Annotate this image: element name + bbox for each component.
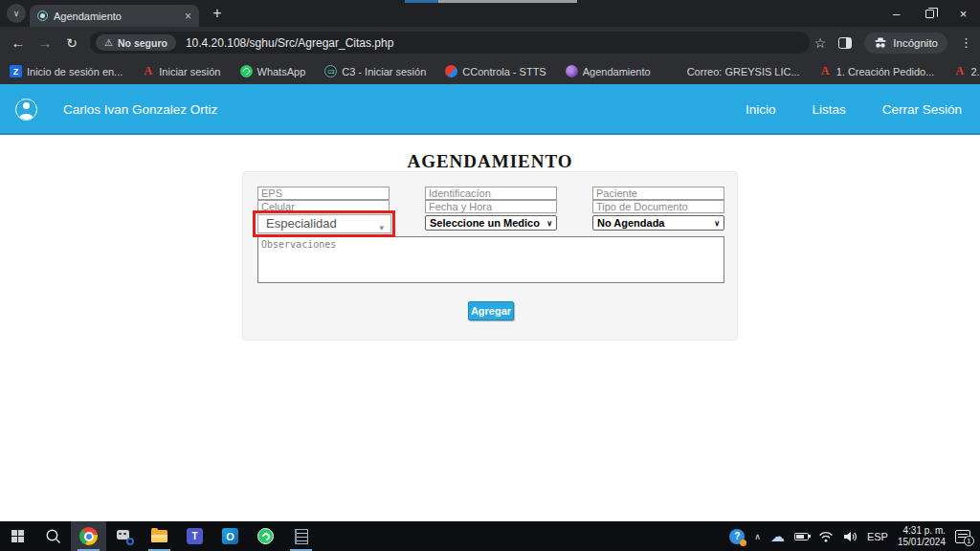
tab-search-button[interactable]: ∨ [7, 4, 26, 23]
wifi-icon[interactable] [818, 531, 834, 542]
warning-icon: ⚠ [104, 37, 113, 48]
window-controls: – × [880, 0, 980, 27]
forward-button[interactable]: → [33, 27, 57, 58]
browser-toolbar: ← → ↻ ⚠ No seguro 10.4.20.108/sghu/Src/A… [0, 27, 980, 58]
bookmarks-bar: Z Inicio de sesión en... A Iniciar sesió… [0, 58, 980, 84]
notepad-icon [295, 529, 308, 544]
security-label: No seguro [118, 37, 167, 49]
minimize-button[interactable]: – [880, 0, 913, 27]
medico-select[interactable]: Seleccione un Medico ∨ [425, 215, 557, 231]
incognito-label: Incógnito [893, 37, 938, 49]
bookmark-item[interactable]: C3 C3 - Iniciar sesión [324, 65, 426, 77]
paciente-field[interactable] [592, 187, 724, 200]
start-button[interactable] [0, 521, 35, 551]
security-chip[interactable]: ⚠ No seguro [96, 34, 176, 51]
taskbar-chrome-button[interactable] [71, 521, 106, 551]
red-a-favicon: A [953, 65, 966, 77]
address-bar[interactable]: ⚠ No seguro 10.4.20.108/sghu/Src/Agregar… [90, 32, 810, 54]
toolbar-right-controls: ☆ Incógnito ⋮ [814, 27, 972, 58]
whatsapp-favicon [240, 65, 253, 77]
robot-scanner-icon [115, 528, 134, 545]
browser-menu-icon[interactable]: ⋮ [960, 35, 972, 50]
background-window-strip-blue [405, 0, 438, 3]
observaciones-field[interactable] [257, 236, 724, 283]
identificacion-field[interactable] [425, 187, 557, 200]
browser-tab-agendamiento[interactable]: Agendamiento × [30, 5, 199, 27]
taskbar-whatsapp-button[interactable] [248, 521, 283, 551]
red-a-favicon: A [142, 65, 154, 77]
outlook-icon: O [222, 528, 238, 544]
incognito-badge: Incógnito [864, 33, 947, 54]
url-text: 10.4.20.108/sghu/Src/Agregar_Citas.php [186, 36, 393, 50]
taskbar-teams-button[interactable]: T [177, 521, 212, 551]
c3-favicon: C3 [324, 65, 337, 77]
back-button[interactable]: ← [6, 27, 31, 58]
tipo-documento-field[interactable] [592, 200, 724, 213]
agregar-button[interactable]: Agregar [468, 301, 514, 320]
bookmark-item[interactable]: A 1. Creación Pedido... [819, 65, 935, 77]
taskbar: T O ? ∧ ☁ ESP [0, 521, 980, 551]
tray-chevron-up-icon[interactable]: ∧ [754, 532, 761, 541]
microsoft-favicon [670, 65, 682, 77]
side-panel-icon[interactable] [838, 37, 852, 49]
bookmark-item[interactable]: Agendamiento [566, 65, 651, 77]
browser-tab-strip: ∨ Agendamiento × + – × [0, 0, 980, 27]
taskbar-file-explorer-button[interactable] [142, 521, 177, 551]
red-a-favicon: A [819, 65, 832, 77]
new-tab-button[interactable]: + [207, 3, 228, 24]
background-window-strip-gray [438, 0, 577, 3]
app-header: Carlos Ivan Gonzalez Ortiz Inicio Listas… [0, 84, 980, 135]
teams-icon: T [187, 528, 203, 544]
agendada-select[interactable]: No Agendada ∨ [592, 215, 724, 231]
screen: ∨ Agendamiento × + – × ← → ↻ ⚠ No seguro… [0, 0, 980, 551]
page-content: AGENDAMIENTO Especialidad ▾ Seleccione u… [0, 135, 980, 521]
bookmark-item[interactable]: A 2. Consulta Orden C... [953, 65, 980, 77]
fecha-hora-field[interactable] [425, 200, 557, 213]
user-name: Carlos Ivan Gonzalez Ortiz [63, 102, 217, 117]
nav-link-listas[interactable]: Listas [812, 102, 845, 117]
clock-date: 15/01/2024 [898, 537, 946, 548]
help-icon[interactable]: ? [729, 529, 745, 544]
close-button[interactable]: × [947, 0, 980, 27]
taskbar-search-button[interactable] [35, 521, 71, 551]
language-indicator[interactable]: ESP [867, 531, 888, 542]
eps-field[interactable] [257, 187, 390, 200]
notification-center-icon[interactable]: 1 [955, 530, 970, 543]
tab-favicon [37, 11, 48, 21]
tab-close-icon[interactable]: × [185, 11, 191, 22]
page-title: AGENDAMIENTO [0, 151, 980, 172]
whatsapp-icon [257, 528, 274, 544]
select-chevron-icon: ∨ [714, 217, 720, 231]
bookmark-item[interactable]: WhatsApp [240, 65, 306, 77]
taskbar-scanner-app-button[interactable] [106, 521, 142, 551]
folder-icon [151, 530, 167, 542]
speaker-icon[interactable] [843, 531, 858, 542]
bookmark-item[interactable]: CControla - STTS [445, 65, 546, 77]
bookmark-item[interactable]: A Iniciar sesión [142, 65, 220, 77]
user-avatar-icon [15, 99, 37, 121]
system-tray: ? ∧ ☁ ESP 4:31 p. m. 15/01/2024 1 [729, 521, 980, 551]
taskbar-outlook-button[interactable]: O [212, 521, 248, 551]
highlight-annotation-box [253, 210, 395, 237]
nav-link-cerrar-sesion[interactable]: Cerrar Sesión [882, 102, 962, 117]
battery-icon[interactable] [794, 533, 809, 540]
nav-link-inicio[interactable]: Inicio [746, 102, 776, 117]
reload-button[interactable]: ↻ [59, 27, 84, 58]
taskbar-clock[interactable]: 4:31 p. m. 15/01/2024 [898, 525, 946, 547]
ccontrola-favicon [445, 65, 457, 77]
bookmark-item[interactable]: Correo: GREYSIS LIC... [670, 65, 800, 77]
restore-button[interactable] [913, 0, 947, 27]
restore-icon [925, 10, 934, 18]
search-icon [45, 528, 61, 544]
chevron-down-icon: ∨ [13, 9, 20, 18]
chrome-icon [79, 527, 98, 545]
clock-time: 4:31 p. m. [898, 525, 946, 537]
z-favicon: Z [10, 65, 22, 77]
bookmark-item[interactable]: Z Inicio de sesión en... [10, 65, 122, 77]
taskbar-notepad-button[interactable] [283, 521, 319, 551]
onedrive-cloud-icon[interactable]: ☁ [770, 529, 785, 543]
tab-title: Agendamiento [54, 11, 179, 22]
bookmark-star-icon[interactable]: ☆ [814, 35, 827, 51]
appointment-form-panel: Especialidad ▾ Seleccione un Medico ∨ No… [242, 171, 738, 341]
select-chevron-icon: ∨ [546, 217, 552, 231]
